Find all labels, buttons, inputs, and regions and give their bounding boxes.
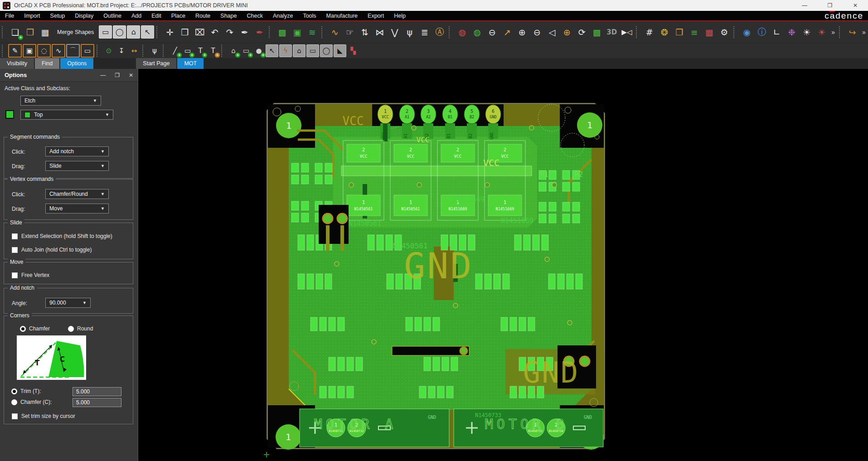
delete-icon[interactable]: ⌧ <box>193 25 207 39</box>
zoom-out-icon[interactable]: ⊖ <box>530 25 544 39</box>
set-trim-by-cursor-checkbox[interactable] <box>12 413 18 419</box>
tab-options[interactable]: Options <box>60 58 93 69</box>
redo-icon[interactable]: ↷ <box>223 25 237 39</box>
shape-edit-boundary-icon[interactable]: ϟ <box>279 44 292 57</box>
color-dialog-icon[interactable]: ❂ <box>657 25 671 39</box>
add-shape-icon[interactable]: ▭+ <box>182 45 194 57</box>
menu-analyze[interactable]: Analyze <box>268 13 298 19</box>
zoom-points-icon[interactable]: ⊖ <box>485 25 499 39</box>
menu-place[interactable]: Place <box>166 13 190 19</box>
extend-selection-checkbox[interactable] <box>12 233 18 239</box>
doc-tab-mot[interactable]: MOT <box>177 58 204 69</box>
cross-section-icon[interactable]: ≡ <box>687 25 701 39</box>
subclass-color-swatch[interactable] <box>5 110 14 119</box>
visibility-eye-icon[interactable]: ◉ <box>740 25 754 39</box>
zoom-previous-icon[interactable]: ◁ <box>545 25 559 39</box>
highlight-icon[interactable]: ☀ <box>800 25 814 39</box>
copy-icon[interactable]: ❒ <box>178 25 192 39</box>
tab-visibility[interactable]: Visibility <box>0 58 34 69</box>
shape-pentagon-icon[interactable]: ⌂ <box>293 44 305 57</box>
round-radio[interactable] <box>68 326 74 332</box>
spreadsheet-icon[interactable]: ▦ <box>702 25 716 39</box>
select-shape-icon[interactable]: ↖ <box>266 44 278 57</box>
add-polygon-icon[interactable]: ⌂+ <box>228 45 239 57</box>
view-3d-label[interactable]: 3D <box>605 25 619 39</box>
flip-design-icon[interactable]: ▶◁ <box>620 25 634 39</box>
create-fanout-icon[interactable]: ψ <box>149 45 160 57</box>
trim-radio[interactable] <box>11 388 17 394</box>
add-connect-icon[interactable]: ∿ <box>328 25 342 39</box>
toolbar-overflow-view[interactable]: » <box>829 29 837 36</box>
shape-colors-icon[interactable]: ▚ <box>347 45 359 57</box>
slide-hand-icon[interactable]: ☞ <box>343 25 357 39</box>
new-file-icon[interactable]: ❏+ <box>8 25 22 39</box>
menu-add[interactable]: Add <box>126 13 146 19</box>
shape-rect-mode-button[interactable]: ▭ <box>99 25 112 39</box>
zoom-net-icon[interactable]: ⊙ <box>103 45 115 57</box>
free-vertex-checkbox[interactable] <box>12 272 18 278</box>
signal-integrity-icon[interactable]: ∿ <box>52 44 65 58</box>
add-rectangle-icon[interactable]: ▭+ <box>240 45 252 57</box>
vertex-icon[interactable]: ⋁ <box>388 25 402 39</box>
dehighlight-icon[interactable]: ☀ <box>815 25 829 39</box>
pin-icon[interactable]: ✒ <box>238 25 252 39</box>
undo-icon[interactable]: ↶ <box>208 25 222 39</box>
measure-icon[interactable]: ∟ <box>770 25 784 39</box>
chamfer-input[interactable]: 5.000 <box>73 398 121 407</box>
shape-rectangle-icon[interactable]: ▭ <box>306 44 319 57</box>
etch-edit-icon[interactable]: ◌ <box>37 44 51 58</box>
connector-icon[interactable]: ≋ <box>305 25 319 39</box>
tab-find[interactable]: Find <box>35 58 59 69</box>
restore-button[interactable]: ❐ <box>817 0 843 11</box>
zoom-center-icon[interactable]: ⊕ <box>560 25 574 39</box>
minimize-button[interactable]: — <box>792 0 817 11</box>
placement-edit-icon[interactable]: ▣ <box>23 44 36 58</box>
edit-text-icon[interactable]: T+ <box>207 45 219 57</box>
zoom-selection-icon[interactable]: ↗ <box>500 25 514 39</box>
measure-distance-icon[interactable]: ↔ <box>128 45 140 57</box>
board-3d-icon[interactable]: ▩ <box>590 25 604 39</box>
phase-tune-icon[interactable]: ⋈ <box>373 25 387 39</box>
shape-select-mode-button[interactable]: ↖ <box>141 25 154 39</box>
general-edit-icon[interactable]: ✎ <box>8 44 22 58</box>
palette-icon[interactable]: ❉ <box>785 25 799 39</box>
vertex-click-dropdown[interactable]: Chamfer/Round ▼ <box>45 189 109 199</box>
add-text-icon[interactable]: T+ <box>194 45 206 57</box>
segment-drag-dropdown[interactable]: Slide ▼ <box>45 161 109 171</box>
board-icon[interactable]: ▩ <box>275 25 289 39</box>
menu-display[interactable]: Display <box>70 13 98 19</box>
dimension-icon[interactable]: ↧ <box>116 45 127 57</box>
parameters-icon[interactable]: ⚙ <box>717 25 731 39</box>
toolbar-overflow-export[interactable]: » <box>860 29 868 36</box>
menu-export[interactable]: Export <box>363 13 389 19</box>
rf-design-icon[interactable]: ⌒ <box>66 44 80 58</box>
fanout-icon[interactable]: ψ <box>402 25 417 39</box>
panel-minimize-icon[interactable]: — <box>100 72 106 78</box>
menu-import[interactable]: Import <box>19 13 45 19</box>
auto-interactive-icon[interactable]: Ⓐ <box>432 25 446 39</box>
close-button[interactable]: ✕ <box>843 0 868 11</box>
add-circle-icon[interactable]: ●+ <box>253 45 265 57</box>
export-share-icon[interactable]: ↪ <box>845 25 859 39</box>
shape-circle-icon[interactable]: ◯ <box>320 44 333 57</box>
delay-tune-icon[interactable]: ⇅ <box>358 25 372 39</box>
zoom-in-icon[interactable]: ⊕ <box>515 25 529 39</box>
menu-edit[interactable]: Edit <box>146 13 166 19</box>
segment-click-dropdown[interactable]: Add notch ▼ <box>45 146 109 156</box>
shape-pentagon-mode-button[interactable]: ⌂ <box>127 25 140 39</box>
rats-all-off-icon[interactable]: ◍ <box>455 25 469 39</box>
vertex-drag-dropdown[interactable]: Move ▼ <box>45 204 109 214</box>
menu-file[interactable]: File <box>0 13 19 19</box>
menu-check[interactable]: Check <box>242 13 267 19</box>
rats-all-on-icon[interactable]: ◍ <box>470 25 484 39</box>
component-cursor-icon[interactable]: ▣ <box>290 25 304 39</box>
menu-manufacture[interactable]: Manufacture <box>321 13 363 19</box>
menu-tools[interactable]: Tools <box>298 13 321 19</box>
move-icon[interactable]: ✛ <box>163 25 177 39</box>
trim-input[interactable]: 5.000 <box>73 387 121 396</box>
panel-float-icon[interactable]: ❐ <box>115 72 120 78</box>
menu-outline[interactable]: Outline <box>98 13 126 19</box>
open-file-icon[interactable]: ❒ <box>23 25 37 39</box>
chamfer-c-radio[interactable] <box>11 399 17 405</box>
grid-toggle-icon[interactable]: # <box>642 25 656 39</box>
